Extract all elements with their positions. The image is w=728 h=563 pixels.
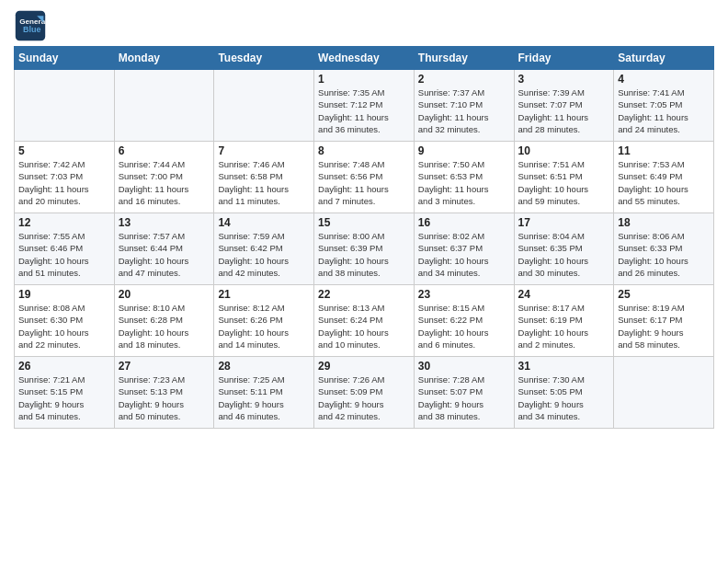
calendar-cell: 2Sunrise: 7:37 AM Sunset: 7:10 PM Daylig…	[414, 70, 514, 142]
day-info: Sunrise: 8:19 AM Sunset: 6:17 PM Dayligh…	[618, 302, 710, 350]
calendar-cell: 5Sunrise: 7:42 AM Sunset: 7:03 PM Daylig…	[15, 142, 115, 213]
day-number: 1	[318, 73, 410, 86]
calendar-cell: 22Sunrise: 8:13 AM Sunset: 6:24 PM Dayli…	[314, 285, 415, 357]
day-number: 6	[119, 144, 210, 157]
calendar-cell: 25Sunrise: 8:19 AM Sunset: 6:17 PM Dayli…	[614, 285, 714, 357]
calendar-cell: 19Sunrise: 8:08 AM Sunset: 6:30 PM Dayli…	[15, 285, 115, 357]
day-info: Sunrise: 7:53 AM Sunset: 6:49 PM Dayligh…	[618, 158, 710, 207]
day-number: 30	[418, 360, 510, 373]
day-number: 21	[218, 288, 310, 301]
calendar-cell: 3Sunrise: 7:39 AM Sunset: 7:07 PM Daylig…	[514, 70, 614, 142]
day-number: 23	[418, 288, 510, 301]
day-number: 25	[618, 288, 710, 301]
calendar-cell: 11Sunrise: 7:53 AM Sunset: 6:49 PM Dayli…	[614, 142, 714, 213]
calendar-cell: 7Sunrise: 7:46 AM Sunset: 6:58 PM Daylig…	[214, 142, 314, 213]
col-header-friday: Friday	[514, 47, 614, 70]
day-number: 20	[119, 288, 210, 301]
day-info: Sunrise: 8:17 AM Sunset: 6:19 PM Dayligh…	[518, 302, 610, 350]
day-number: 14	[218, 216, 310, 229]
calendar-cell	[114, 70, 214, 142]
col-header-tuesday: Tuesday	[214, 47, 314, 70]
day-info: Sunrise: 7:41 AM Sunset: 7:05 PM Dayligh…	[618, 86, 710, 135]
day-info: Sunrise: 8:13 AM Sunset: 6:24 PM Dayligh…	[318, 302, 410, 350]
day-number: 10	[518, 144, 610, 157]
week-row-5: 26Sunrise: 7:21 AM Sunset: 5:15 PM Dayli…	[15, 357, 714, 429]
day-number: 19	[18, 288, 110, 301]
day-number: 3	[518, 73, 610, 86]
day-info: Sunrise: 7:46 AM Sunset: 6:58 PM Dayligh…	[218, 158, 310, 207]
calendar-cell: 23Sunrise: 8:15 AM Sunset: 6:22 PM Dayli…	[414, 285, 514, 357]
svg-text:Blue: Blue	[23, 25, 41, 34]
day-info: Sunrise: 7:48 AM Sunset: 6:56 PM Dayligh…	[318, 158, 410, 207]
calendar-cell: 20Sunrise: 8:10 AM Sunset: 6:28 PM Dayli…	[114, 285, 214, 357]
day-number: 18	[618, 216, 710, 229]
day-info: Sunrise: 7:26 AM Sunset: 5:09 PM Dayligh…	[318, 373, 410, 422]
calendar-cell: 9Sunrise: 7:50 AM Sunset: 6:53 PM Daylig…	[414, 142, 514, 213]
day-info: Sunrise: 7:37 AM Sunset: 7:10 PM Dayligh…	[418, 86, 510, 135]
day-number: 5	[18, 144, 110, 157]
day-number: 7	[218, 144, 310, 157]
day-number: 9	[418, 144, 510, 157]
calendar-cell: 14Sunrise: 7:59 AM Sunset: 6:42 PM Dayli…	[214, 213, 314, 285]
calendar-table: SundayMondayTuesdayWednesdayThursdayFrid…	[14, 46, 714, 429]
calendar-cell: 6Sunrise: 7:44 AM Sunset: 7:00 PM Daylig…	[114, 142, 214, 213]
calendar-cell: 28Sunrise: 7:25 AM Sunset: 5:11 PM Dayli…	[214, 357, 314, 429]
calendar-cell: 26Sunrise: 7:21 AM Sunset: 5:15 PM Dayli…	[15, 357, 115, 429]
col-header-sunday: Sunday	[15, 47, 115, 70]
week-row-4: 19Sunrise: 8:08 AM Sunset: 6:30 PM Dayli…	[15, 285, 714, 357]
day-number: 2	[418, 73, 510, 86]
day-number: 4	[618, 73, 710, 86]
day-info: Sunrise: 7:35 AM Sunset: 7:12 PM Dayligh…	[318, 86, 410, 135]
day-number: 12	[18, 216, 110, 229]
day-info: Sunrise: 7:39 AM Sunset: 7:07 PM Dayligh…	[518, 86, 610, 135]
col-header-wednesday: Wednesday	[314, 47, 415, 70]
header: General Blue	[14, 9, 714, 42]
day-info: Sunrise: 8:10 AM Sunset: 6:28 PM Dayligh…	[119, 302, 210, 350]
day-info: Sunrise: 8:12 AM Sunset: 6:26 PM Dayligh…	[218, 302, 310, 350]
day-info: Sunrise: 7:59 AM Sunset: 6:42 PM Dayligh…	[218, 230, 310, 279]
calendar-cell: 31Sunrise: 7:30 AM Sunset: 5:05 PM Dayli…	[514, 357, 614, 429]
calendar-cell: 16Sunrise: 8:02 AM Sunset: 6:37 PM Dayli…	[414, 213, 514, 285]
day-number: 15	[318, 216, 410, 229]
day-number: 8	[318, 144, 410, 157]
day-info: Sunrise: 8:06 AM Sunset: 6:33 PM Dayligh…	[618, 230, 710, 279]
day-number: 17	[518, 216, 610, 229]
day-number: 16	[418, 216, 510, 229]
day-info: Sunrise: 7:28 AM Sunset: 5:07 PM Dayligh…	[418, 373, 510, 422]
calendar-cell: 27Sunrise: 7:23 AM Sunset: 5:13 PM Dayli…	[114, 357, 214, 429]
day-info: Sunrise: 8:04 AM Sunset: 6:35 PM Dayligh…	[518, 230, 610, 279]
calendar-header-row: SundayMondayTuesdayWednesdayThursdayFrid…	[15, 47, 714, 70]
logo-icon: General Blue	[14, 9, 47, 42]
calendar-cell: 1Sunrise: 7:35 AM Sunset: 7:12 PM Daylig…	[314, 70, 415, 142]
day-number: 26	[18, 360, 110, 373]
day-info: Sunrise: 8:15 AM Sunset: 6:22 PM Dayligh…	[418, 302, 510, 350]
day-number: 28	[218, 360, 310, 373]
week-row-1: 1Sunrise: 7:35 AM Sunset: 7:12 PM Daylig…	[15, 70, 714, 142]
day-number: 22	[318, 288, 410, 301]
day-info: Sunrise: 7:42 AM Sunset: 7:03 PM Dayligh…	[18, 158, 110, 207]
day-info: Sunrise: 7:57 AM Sunset: 6:44 PM Dayligh…	[119, 230, 210, 279]
day-info: Sunrise: 7:50 AM Sunset: 6:53 PM Dayligh…	[418, 158, 510, 207]
week-row-2: 5Sunrise: 7:42 AM Sunset: 7:03 PM Daylig…	[15, 142, 714, 213]
day-info: Sunrise: 7:23 AM Sunset: 5:13 PM Dayligh…	[119, 373, 210, 422]
calendar-cell: 18Sunrise: 8:06 AM Sunset: 6:33 PM Dayli…	[614, 213, 714, 285]
day-info: Sunrise: 7:30 AM Sunset: 5:05 PM Dayligh…	[518, 373, 610, 422]
day-info: Sunrise: 7:51 AM Sunset: 6:51 PM Dayligh…	[518, 158, 610, 207]
calendar-cell	[614, 357, 714, 429]
page-container: General Blue SundayMondayTuesdayWednesda…	[0, 0, 728, 433]
calendar-cell: 8Sunrise: 7:48 AM Sunset: 6:56 PM Daylig…	[314, 142, 415, 213]
day-info: Sunrise: 8:02 AM Sunset: 6:37 PM Dayligh…	[418, 230, 510, 279]
day-info: Sunrise: 7:55 AM Sunset: 6:46 PM Dayligh…	[18, 230, 110, 279]
day-number: 13	[119, 216, 210, 229]
day-info: Sunrise: 7:44 AM Sunset: 7:00 PM Dayligh…	[119, 158, 210, 207]
day-number: 31	[518, 360, 610, 373]
logo: General Blue	[14, 9, 47, 42]
calendar-cell: 29Sunrise: 7:26 AM Sunset: 5:09 PM Dayli…	[314, 357, 415, 429]
day-number: 11	[618, 144, 710, 157]
day-info: Sunrise: 8:00 AM Sunset: 6:39 PM Dayligh…	[318, 230, 410, 279]
calendar-cell: 17Sunrise: 8:04 AM Sunset: 6:35 PM Dayli…	[514, 213, 614, 285]
day-info: Sunrise: 7:21 AM Sunset: 5:15 PM Dayligh…	[18, 373, 110, 422]
col-header-monday: Monday	[114, 47, 214, 70]
calendar-cell: 12Sunrise: 7:55 AM Sunset: 6:46 PM Dayli…	[15, 213, 115, 285]
calendar-cell: 24Sunrise: 8:17 AM Sunset: 6:19 PM Dayli…	[514, 285, 614, 357]
